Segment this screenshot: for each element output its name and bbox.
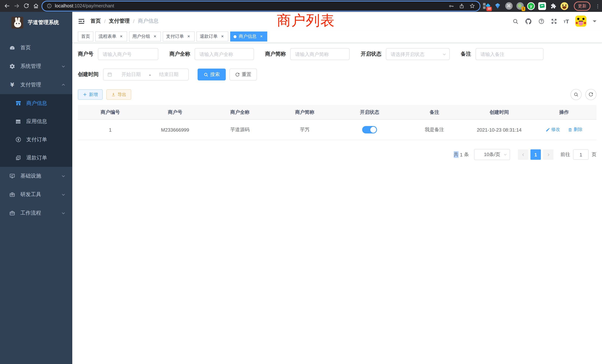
- sidebar-item-label: 工作流程: [20, 210, 61, 216]
- browser-back-button[interactable]: [2, 1, 12, 11]
- close-icon[interactable]: ×: [220, 34, 225, 39]
- breadcrumb-current: 商户信息: [138, 18, 159, 24]
- bookmark-star-icon[interactable]: [469, 3, 475, 9]
- sidebar-item-refund-order[interactable]: 退款订单: [0, 149, 72, 167]
- app-logo-row[interactable]: 芋道管理系统: [0, 12, 72, 33]
- yen-circle-icon: [15, 136, 22, 143]
- help-icon[interactable]: [538, 18, 545, 24]
- extensions-puzzle-icon[interactable]: [549, 2, 557, 10]
- browser-menu-icon[interactable]: ⋮: [595, 3, 599, 9]
- close-icon[interactable]: ×: [119, 34, 124, 39]
- font-size-icon[interactable]: TT: [564, 18, 569, 24]
- reset-button-label: 重置: [242, 71, 251, 78]
- status-select-input[interactable]: [386, 48, 450, 60]
- status-select[interactable]: [386, 48, 450, 60]
- col-merchant-no: 商户号: [143, 105, 208, 119]
- active-dot: [234, 35, 236, 38]
- tab-label: 流程表单: [99, 33, 116, 40]
- tab-merchant-info[interactable]: 商户信息 ×: [230, 32, 267, 42]
- delete-link[interactable]: 删除: [568, 127, 582, 133]
- extension-chat-icon[interactable]: [538, 2, 546, 10]
- next-page-button[interactable]: [543, 149, 553, 160]
- close-icon[interactable]: ×: [186, 34, 191, 39]
- refresh-table-button[interactable]: [585, 89, 596, 100]
- short-name-label: 商户简称: [265, 51, 286, 57]
- sidebar-item-workflow[interactable]: 工作流程: [0, 204, 72, 222]
- sidebar-item-app-info[interactable]: 应用信息: [0, 112, 72, 130]
- prev-page-button[interactable]: [518, 149, 528, 160]
- search-button[interactable]: 搜索: [198, 69, 226, 80]
- browser-forward-button[interactable]: [12, 1, 22, 11]
- sidebar-item-label: 支付管理: [20, 82, 61, 88]
- sidebar-item-merchant-info[interactable]: 商户信息: [0, 94, 72, 112]
- short-name-input[interactable]: [290, 48, 350, 60]
- page-size-value: 10条/页: [484, 151, 500, 158]
- merchant-no-input[interactable]: [98, 48, 158, 60]
- cell-create-time: 2021-10-23 08:31:14: [467, 119, 532, 140]
- total-prefix: 共: [454, 151, 459, 158]
- remark-label: 备注: [461, 51, 471, 57]
- tab-user-group[interactable]: 用户分组 ×: [129, 32, 161, 42]
- col-short-name: 商户简称: [272, 105, 337, 119]
- reset-button[interactable]: 重置: [229, 69, 257, 80]
- url-text: localhost:1024/pay/merchant: [55, 3, 114, 9]
- tab-label: 用户分组: [132, 33, 150, 40]
- fullscreen-icon[interactable]: [551, 18, 557, 24]
- add-button[interactable]: 新增: [78, 89, 103, 100]
- edit-link-label: 修改: [551, 127, 560, 133]
- browser-update-button[interactable]: 更新: [574, 1, 591, 11]
- address-bar[interactable]: localhost:1024/pay/merchant: [42, 1, 480, 11]
- sidebar-collapse-icon[interactable]: [78, 18, 85, 25]
- sidebar-item-home[interactable]: 首页: [0, 39, 72, 57]
- add-button-label: 新增: [89, 91, 98, 98]
- start-date-placeholder[interactable]: 开始日期: [115, 71, 147, 78]
- avatar[interactable]: [575, 16, 586, 27]
- sidebar-item-infra[interactable]: 基础设施: [0, 167, 72, 185]
- sidebar-item-pay-order[interactable]: 支付订单: [0, 130, 72, 149]
- extension-egg-icon[interactable]: 1: [516, 2, 524, 10]
- sidebar-item-devtools[interactable]: 研发工具: [0, 185, 72, 204]
- cell-remark: 我是备注: [402, 119, 467, 140]
- tab-pay-order[interactable]: 支付订单 ×: [163, 32, 195, 42]
- extension-y-icon[interactable]: y: [527, 2, 535, 10]
- breadcrumb-section[interactable]: 支付管理: [109, 18, 130, 24]
- tab-process-form[interactable]: 流程表单 ×: [95, 32, 127, 42]
- sidebar-item-system[interactable]: 系统管理: [0, 57, 72, 76]
- remark-input[interactable]: [476, 48, 543, 60]
- browser-reload-button[interactable]: [22, 1, 31, 11]
- export-button[interactable]: 导出: [106, 89, 131, 100]
- password-key-icon[interactable]: [449, 3, 454, 9]
- cell-actions: 修改 删除: [532, 119, 596, 140]
- chevron-down-icon: [61, 174, 66, 178]
- breadcrumb-home[interactable]: 首页: [90, 18, 101, 24]
- status-toggle[interactable]: [362, 126, 377, 133]
- tab-refund-order[interactable]: 退款订单 ×: [196, 32, 228, 42]
- page-size-select[interactable]: 10条/页: [474, 149, 510, 160]
- extension-emoji-icon[interactable]: [560, 2, 568, 10]
- site-info-icon[interactable]: [47, 3, 52, 9]
- tab-home[interactable]: 首页: [78, 32, 93, 42]
- close-icon[interactable]: ×: [152, 34, 158, 39]
- sidebar-item-label: 首页: [20, 44, 66, 51]
- header-search-icon[interactable]: [513, 18, 519, 24]
- page-number-button[interactable]: 1: [530, 149, 541, 160]
- extension-boards-icon[interactable]: 10: [483, 2, 490, 10]
- export-button-label: 导出: [118, 91, 126, 98]
- avatar-caret-icon[interactable]: [593, 20, 596, 24]
- extension-command-icon[interactable]: ⌘: [505, 2, 513, 10]
- show-search-toggle-button[interactable]: [570, 89, 582, 100]
- date-range-picker[interactable]: 开始日期 - 结束日期: [103, 69, 189, 80]
- full-name-input[interactable]: [195, 48, 254, 60]
- close-icon[interactable]: ×: [259, 34, 264, 39]
- github-icon[interactable]: [525, 18, 532, 25]
- browser-home-button[interactable]: [31, 1, 41, 11]
- edit-link[interactable]: 修改: [546, 127, 560, 133]
- share-icon[interactable]: [459, 3, 464, 9]
- extension-gem-icon[interactable]: [494, 2, 502, 10]
- sidebar-item-pay[interactable]: ¥ 支付管理: [0, 76, 72, 94]
- end-date-placeholder[interactable]: 结束日期: [153, 71, 185, 78]
- breadcrumb-separator: /: [104, 18, 106, 24]
- page-unit: 页: [592, 151, 596, 158]
- goto-page-input[interactable]: [573, 149, 589, 160]
- monitor-chart-icon: [9, 173, 16, 179]
